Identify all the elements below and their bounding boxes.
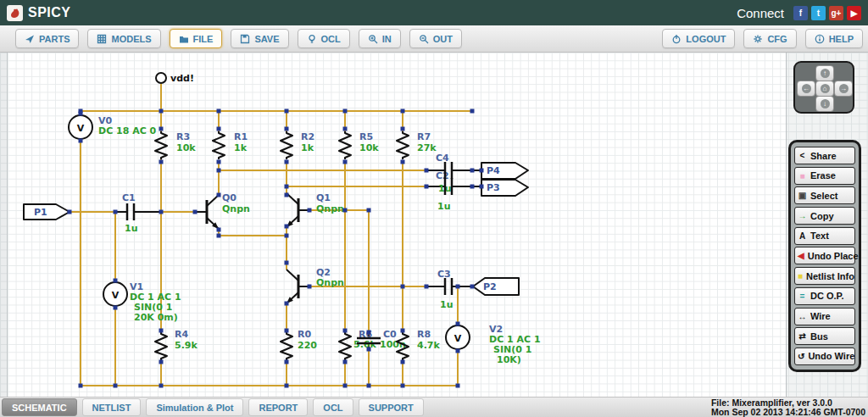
component-label: R7 [417,131,431,142]
tool-dc-o-p-button[interactable]: =DC O.P. [794,287,855,305]
schematic-canvas[interactable]: V0DC 18 AC 0R310kR11kR21kR510kR727kC4C21… [0,53,868,397]
resistor-R5[interactable] [339,131,351,159]
junction-dot [343,208,348,213]
component-label: 1u [125,223,138,234]
twitter-icon[interactable]: t [811,6,826,20]
tool-undo-wire-button[interactable]: ↺Undo Wire [794,348,855,365]
component-label: 1u [437,201,451,212]
navpad-right-button[interactable]: → [834,81,853,97]
tab-netlist[interactable]: NETLIST [82,398,142,416]
junction-dot [456,322,460,326]
youtube-icon[interactable]: ▶ [847,6,861,20]
resistor-R4[interactable] [155,332,167,360]
tool-label: DC O.P. [810,291,844,301]
facebook-icon[interactable]: f [793,6,808,20]
transistor-Q1[interactable] [287,193,310,227]
tab-support[interactable]: SUPPORT [359,398,424,416]
toolbar-button-models[interactable]: MODELS [87,29,160,48]
junction-dot [401,127,405,131]
tab-schematic[interactable]: SCHEMATIC [2,398,77,416]
resistor-R0[interactable] [281,332,292,360]
toolbar-button-cfg[interactable]: CFG [743,29,796,48]
junction-dot [285,127,289,131]
tool-label: Netlist Info [806,271,854,281]
component-label: 1u [440,299,453,310]
tab-ocl[interactable]: OCL [313,398,353,416]
spicy-logo-icon [7,5,23,21]
toolbar-button-save[interactable]: SAVE [231,29,288,48]
resistor-R2[interactable] [281,131,292,159]
tab-report[interactable]: REPORT [248,398,308,416]
dc-o-p-icon: = [798,292,807,301]
junction-dot [217,193,221,197]
toolbar-button-help[interactable]: HELP [805,29,863,48]
port-P2[interactable]: P2 [473,278,519,295]
voltage-source-V2[interactable]: V [446,322,470,353]
resistor-R1[interactable] [213,131,225,159]
component-label: R0 [298,329,311,340]
port-P1[interactable]: P1 [24,204,70,220]
junction-dot [343,109,348,114]
junction-dot [79,384,83,388]
navpad-up-button[interactable]: ↑ [815,65,834,81]
navpad-home-button[interactable]: ⌂ [815,81,834,97]
junction-dot [367,331,371,335]
resistor-R3[interactable] [155,131,167,159]
schematic-workspace[interactable]: V0DC 18 AC 0R310kR11kR21kR510kR727kC4C21… [0,53,868,397]
toolbar-button-parts[interactable]: PARTS [15,29,79,48]
component-label: R8 [417,329,431,340]
junction-dot [159,109,164,114]
tool-copy-button[interactable]: →Copy [794,207,855,225]
tool-undo-place-button[interactable]: ◀Undo Place [794,247,855,264]
junction-dot [285,109,289,114]
junction-dot [456,285,460,289]
resistor-R6[interactable] [339,332,351,360]
navpad-down-button[interactable]: ↓ [815,96,834,112]
toolbar-button-out[interactable]: OUT [409,29,462,48]
share-icon: < [798,151,807,160]
junction-dot [217,160,221,164]
junction-dot [470,169,475,173]
tool-share-button[interactable]: <Share [794,147,855,164]
folder-icon [179,34,189,44]
app-title: SPICY [28,5,71,20]
component-label: Qnpn [222,203,250,214]
voltage-source-V1[interactable]: V [103,279,127,309]
svg-text:P4: P4 [487,165,500,176]
port-P3[interactable]: P3 [481,180,528,196]
transistor-Q0[interactable] [195,195,219,229]
toolbar-button-file[interactable]: FILE [170,29,223,48]
tool-bus-button[interactable]: ⇄Bus [794,327,855,345]
navpad-left-button[interactable]: ← [797,81,815,97]
tab-simulation-plot[interactable]: Simulation & Plot [146,398,243,416]
vdd-node[interactable]: vdd! [156,73,194,84]
resistor-R7[interactable] [397,131,409,159]
googleplus-icon[interactable]: g+ [829,6,843,20]
transistor-Q2[interactable] [287,270,310,303]
junction-dot [367,384,371,388]
junction-dot [480,185,484,189]
tool-wire-button[interactable]: ↔Wire [794,308,855,325]
svg-text:vdd!: vdd! [170,73,194,84]
toolbar-button-in[interactable]: IN [359,29,401,48]
tool-select-button[interactable]: ▣Select [794,186,855,204]
junction-dot [159,127,164,131]
junction-dot [285,234,289,238]
power-icon [671,34,682,44]
bus-icon: ⇄ [798,331,807,341]
component-label: R5 [359,131,373,142]
toolbar-button-ocl[interactable]: OCL [298,29,350,48]
junction-dot [285,384,289,388]
capacitor-C3[interactable] [445,278,452,295]
tool-text-button[interactable]: AText [794,227,855,245]
toolbar-button-logout[interactable]: LOGOUT [662,29,735,48]
capacitor-C1[interactable] [127,203,134,220]
component-label: DC 18 AC 0 [98,125,157,136]
tool-erase-button[interactable]: ■Erase [794,167,855,185]
port-P4[interactable]: P4 [481,163,528,179]
junction-dot [343,360,348,364]
voltage-source-V0[interactable]: V [69,112,92,142]
gear-icon [753,34,763,44]
status-date-line: Mon Sep 02 2013 14:21:46 GMT-0700 [711,408,865,417]
tool-netlist-info-button[interactable]: ■Netlist Info [794,267,855,285]
